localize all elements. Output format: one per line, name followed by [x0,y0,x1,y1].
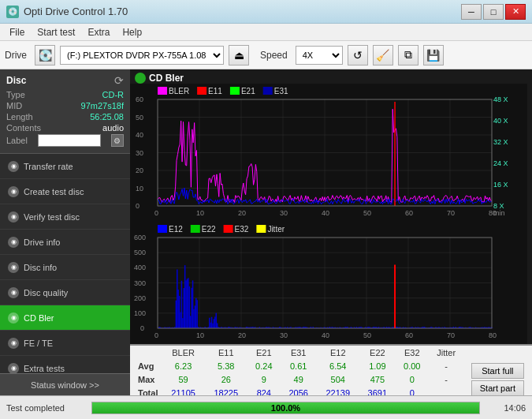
status-bar: Test completed 100.0% 14:06 [0,395,532,419]
label-key: Label [6,136,28,145]
elapsed-time: 14:06 [486,403,526,413]
total-e12: 22139 [318,387,359,395]
bottom-chart [130,222,527,344]
eject-button[interactable]: ⏏ [229,45,249,65]
max-bler: 59 [162,373,203,385]
drive-label: Drive [5,50,27,61]
avg-e11: 5.38 [206,360,247,372]
max-e31: 49 [281,373,316,385]
col-jitter: Jitter [430,347,463,358]
sidebar-item-label: Transfer rate [24,162,73,171]
copy-button[interactable]: ⧉ [398,45,419,65]
max-e11: 26 [206,373,247,385]
menu-extra[interactable]: Extra [81,25,116,39]
sidebar-item-fe-te[interactable]: ◉ FE / TE [0,331,130,356]
maximize-button[interactable]: □ [483,4,504,20]
max-jitter: - [430,373,463,385]
total-e31: 2056 [281,387,316,395]
table-row-avg: Avg 6.23 5.38 0.24 0.61 6.54 1.09 0.00 -… [132,360,530,372]
drive-info-icon: ◉ [8,237,19,248]
sidebar-item-label: FE / TE [24,339,53,348]
fe-te-icon: ◉ [8,338,19,349]
refresh-button[interactable]: ↺ [348,45,368,65]
create-test-disc-icon: ◉ [8,186,19,197]
avg-e21: 0.24 [248,360,280,372]
sidebar-item-label: Disc info [24,263,57,272]
menu-file[interactable]: File [3,25,31,39]
extra-tests-icon: ◉ [8,363,19,374]
sidebar-item-verify-test-disc[interactable]: ◉ Verify test disc [0,204,130,230]
sidebar-item-drive-info[interactable]: ◉ Drive info [0,230,130,255]
save-button[interactable]: 💾 [423,45,444,65]
disc-info-icon: ◉ [8,262,19,273]
progress-bar-container: 100.0% [91,402,480,414]
window-controls: ─ □ ✕ [461,4,526,20]
sidebar-item-label: Disc quality [24,288,68,297]
data-area: BLER E11 E21 E31 E12 E22 E32 Jitter Avg [130,344,532,395]
start-part-button[interactable]: Start part [471,380,524,395]
mid-value: 97m27s18f [81,101,124,110]
status-window-label: Status window >> [31,380,99,390]
bottom-chart-container [130,222,532,344]
avg-e32: 0.00 [396,360,428,372]
avg-e22: 1.09 [360,360,395,372]
top-chart [130,84,527,222]
sidebar-item-extra-tests[interactable]: ◉ Extra tests [0,356,130,373]
sidebar-item-create-test-disc[interactable]: ◉ Create test disc [0,179,130,204]
transfer-rate-icon: ◉ [8,161,19,172]
type-label: Type [6,90,25,99]
disc-panel: Disc ⟳ Type CD-R MID 97m27s18f Length 56… [0,69,130,154]
avg-e31: 0.61 [281,360,316,372]
toolbar: Drive 💽 (F:) PLEXTOR DVDR PX-755A 1.08 ⏏… [0,41,532,69]
total-e21: 824 [248,387,280,395]
max-e32: 0 [396,373,428,385]
verify-test-disc-icon: ◉ [8,211,19,223]
col-e21: E21 [248,347,280,358]
sidebar-item-disc-quality[interactable]: ◉ Disc quality [0,280,130,305]
app-icon: 💿 [6,6,19,18]
avg-e12: 6.54 [318,360,359,372]
sidebar-item-label: Verify test disc [24,212,80,222]
disc-refresh-icon[interactable]: ⟳ [114,74,124,87]
drive-select[interactable]: (F:) PLEXTOR DVDR PX-755A 1.08 [60,46,224,65]
col-e32: E32 [396,347,428,358]
menu-start-test[interactable]: Start test [31,25,81,39]
total-jitter [430,387,463,395]
col-bler: BLER [162,347,203,358]
progress-label: 100.0% [92,402,479,413]
speed-label: Speed [260,50,288,61]
sidebar-item-label: Extra tests [24,364,65,373]
type-value: CD-R [102,90,125,99]
eraser-button[interactable]: 🧹 [373,45,393,65]
menu-help[interactable]: Help [116,25,148,39]
minimize-button[interactable]: ─ [461,4,482,20]
disc-section-title: Disc [6,75,26,86]
total-label: Total [132,387,161,395]
max-e12: 504 [318,373,359,385]
total-e22: 3691 [360,387,395,395]
chart-title: CD Bler [149,73,184,84]
col-e11: E11 [206,347,247,358]
sidebar-item-cd-bler[interactable]: ◉ CD Bler [0,305,130,331]
total-bler: 21105 [162,387,203,395]
chart-header: CD Bler [130,69,532,84]
status-window-button[interactable]: Status window >> [0,373,130,395]
avg-jitter: - [430,360,463,372]
sidebar-item-label: CD Bler [24,313,54,323]
drive-icon: 💽 [35,45,55,65]
sidebar-item-disc-info[interactable]: ◉ Disc info [0,255,130,280]
max-e22: 475 [360,373,395,385]
speed-select[interactable]: 4X8X12X16XMax [296,46,343,65]
sidebar-item-label: Create test disc [24,187,84,196]
start-full-button[interactable]: Start full [471,363,524,379]
close-button[interactable]: ✕ [505,4,526,20]
label-settings-icon[interactable]: ⚙ [111,134,124,147]
cd-bler-icon: ◉ [8,312,19,324]
length-label: Length [6,112,33,122]
col-e22: E22 [360,347,395,358]
sidebar-item-transfer-rate[interactable]: ◉ Transfer rate [0,154,130,179]
label-input[interactable] [38,134,101,147]
mid-label: MID [6,101,22,110]
avg-bler: 6.23 [162,360,203,372]
results-table: BLER E11 E21 E31 E12 E22 E32 Jitter Avg [130,346,532,395]
